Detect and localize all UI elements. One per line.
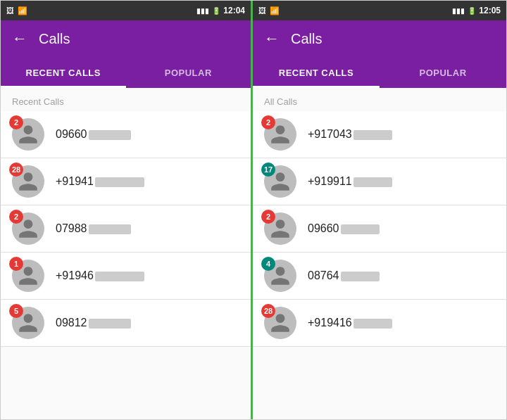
phone-number-text: 09660 [308,222,339,234]
photo-icon: 🖼 [6,6,14,15]
call-number: 09812 [56,317,239,329]
wifi-icon: 📶 [18,6,27,15]
signal-icon: ▮▮▮ [196,7,209,15]
call-number: +919416 [308,317,495,329]
avatar-container: 2 [264,118,296,151]
list-item[interactable]: 17 +919911 [253,158,506,205]
status-bar-right: ▮▮▮ 🔋 12:04 [196,6,245,15]
list-item[interactable]: 2 09660 [253,205,506,253]
phone-number-text: +91946 [56,269,94,281]
blurred-number [353,130,392,140]
call-number: 09660 [308,222,495,235]
time-display: 12:04 [223,6,245,15]
blurred-number [353,319,392,329]
avatar-container: 5 [12,307,44,339]
tab-popular[interactable]: POPULAR [380,57,506,88]
call-count-badge: 2 [261,210,275,224]
call-count-badge: 1 [9,257,23,271]
phone-number-text: 09660 [56,128,87,140]
call-number: +91941 [56,175,239,188]
call-number: 09660 [56,128,239,141]
phone-number-text: 07988 [56,222,87,234]
tabs-0: RECENT CALLSPOPULAR [1,57,251,88]
back-button[interactable]: ← [12,30,27,48]
phone-number-text: +919416 [308,317,352,329]
tabs-1: RECENT CALLSPOPULAR [253,57,506,88]
avatar-container: 28 [264,307,296,339]
content-area-0: Recent Calls2 0966028 +919412 079881 +91… [1,88,251,420]
blurred-number [95,272,144,281]
status-bar-right: ▮▮▮ 🔋 12:05 [452,6,501,15]
battery-icon: 🔋 [212,7,220,15]
blurred-number [341,224,380,234]
tab-popular[interactable]: POPULAR [126,57,251,88]
phone-number-text: 08764 [308,269,339,281]
phone-number-text: 09812 [56,317,87,329]
battery-icon: 🔋 [468,7,476,15]
section-label: All Calls [253,88,506,111]
status-bar-0: 🖼 📶 ▮▮▮ 🔋 12:04 [1,1,251,20]
call-count-badge: 2 [9,210,23,224]
phone-number-text: +917043 [308,128,352,140]
list-item[interactable]: 1 +91946 [1,253,251,300]
list-item[interactable]: 2 +917043 [253,111,506,158]
content-area-1: All Calls2 +91704317 +9199112 096604 087… [253,88,506,420]
app-bar-title: Calls [291,31,322,47]
avatar-container: 2 [12,212,44,245]
phone-number-text: +919911 [308,175,352,187]
app-bar-0: ← Calls [1,20,251,57]
list-item[interactable]: 2 09660 [1,111,251,158]
list-item[interactable]: 2 07988 [1,205,251,253]
call-number: 07988 [56,222,239,235]
time-display: 12:05 [479,6,501,15]
app-bar-title: Calls [39,31,70,47]
call-number: +91946 [56,269,239,282]
list-item[interactable]: 28 +91941 [1,158,251,205]
app-bar-1: ← Calls [253,20,506,57]
avatar-container: 17 [264,165,296,198]
call-count-badge: 2 [9,115,23,129]
call-number: 08764 [308,269,495,282]
blurred-number [95,177,144,187]
blurred-number [341,272,380,281]
call-count-badge: 4 [261,257,275,271]
blurred-number [89,319,131,329]
tab-recent-calls[interactable]: RECENT CALLS [1,57,126,88]
signal-icon: ▮▮▮ [452,7,465,15]
back-button[interactable]: ← [264,30,280,48]
photo-icon: 🖼 [258,6,266,15]
list-item[interactable]: 4 08764 [253,253,506,300]
status-bar-1: 🖼 📶 ▮▮▮ 🔋 12:05 [253,1,506,20]
avatar-container: 28 [12,165,44,198]
avatar-container: 4 [264,260,296,292]
call-count-badge: 2 [261,115,275,129]
avatar-container: 1 [12,260,44,292]
status-bar-left: 🖼 📶 [6,6,27,15]
phone-number-text: +91941 [56,175,94,187]
avatar-container: 2 [12,118,44,151]
tab-recent-calls[interactable]: RECENT CALLS [253,57,380,88]
section-label: Recent Calls [1,88,251,111]
blurred-number [89,224,131,234]
avatar-container: 2 [264,212,296,245]
wifi-icon: 📶 [270,6,280,15]
call-number: +919911 [308,175,495,188]
blurred-number [353,177,392,187]
status-bar-left: 🖼 📶 [258,6,280,15]
call-count-badge: 5 [9,304,23,318]
call-number: +917043 [308,128,495,141]
blurred-number [89,130,131,140]
list-item[interactable]: 28 +919416 [253,300,506,347]
list-item[interactable]: 5 09812 [1,300,251,347]
